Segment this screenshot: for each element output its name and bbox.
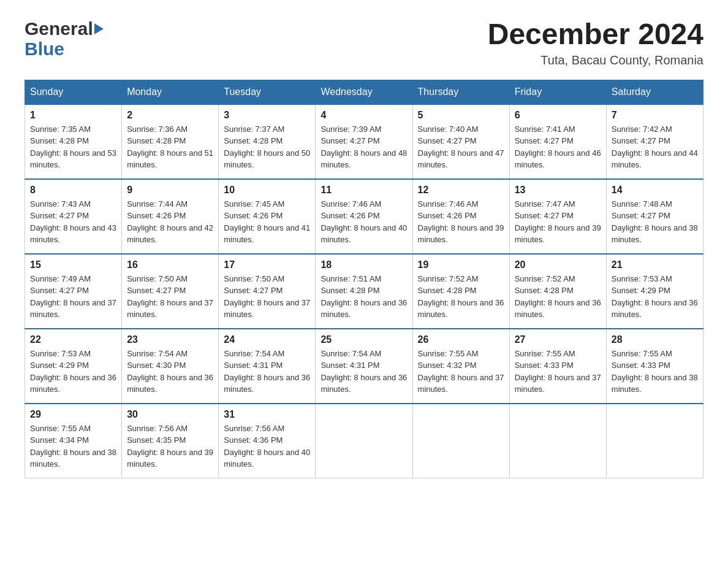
- calendar-cell: 30Sunrise: 7:56 AMSunset: 4:35 PMDayligh…: [122, 404, 219, 478]
- day-number: 7: [612, 110, 698, 121]
- day-info: Sunrise: 7:36 AMSunset: 4:28 PMDaylight:…: [127, 123, 213, 171]
- day-number: 28: [612, 334, 698, 345]
- day-info: Sunrise: 7:46 AMSunset: 4:26 PMDaylight:…: [418, 198, 504, 246]
- page-header: General Blue December 2024 Tuta, Bacau C…: [25, 18, 703, 67]
- calendar-cell: 2Sunrise: 7:36 AMSunset: 4:28 PMDaylight…: [122, 104, 219, 179]
- day-number: 4: [320, 110, 407, 121]
- day-info: Sunrise: 7:50 AMSunset: 4:27 PMDaylight:…: [224, 273, 310, 321]
- day-info: Sunrise: 7:53 AMSunset: 4:29 PMDaylight:…: [612, 273, 698, 321]
- location-text: Tuta, Bacau County, Romania: [488, 53, 703, 67]
- day-number: 13: [515, 185, 601, 196]
- day-number: 6: [515, 110, 601, 121]
- day-info: Sunrise: 7:37 AMSunset: 4:28 PMDaylight:…: [224, 123, 310, 171]
- calendar-header-friday: Friday: [509, 80, 606, 104]
- day-info: Sunrise: 7:51 AMSunset: 4:28 PMDaylight:…: [320, 273, 407, 321]
- calendar-header-wednesday: Wednesday: [316, 80, 412, 104]
- calendar-cell: 8Sunrise: 7:43 AMSunset: 4:27 PMDaylight…: [25, 179, 122, 254]
- day-info: Sunrise: 7:39 AMSunset: 4:27 PMDaylight:…: [320, 123, 407, 171]
- calendar-cell: 22Sunrise: 7:53 AMSunset: 4:29 PMDayligh…: [25, 329, 122, 404]
- calendar-cell: [412, 404, 509, 478]
- week-row-5: 29Sunrise: 7:55 AMSunset: 4:34 PMDayligh…: [25, 404, 703, 478]
- calendar-cell: 17Sunrise: 7:50 AMSunset: 4:27 PMDayligh…: [219, 254, 316, 329]
- day-info: Sunrise: 7:42 AMSunset: 4:27 PMDaylight:…: [612, 123, 698, 171]
- day-info: Sunrise: 7:52 AMSunset: 4:28 PMDaylight:…: [418, 273, 504, 321]
- day-number: 25: [320, 334, 407, 345]
- day-info: Sunrise: 7:54 AMSunset: 4:31 PMDaylight:…: [320, 348, 407, 396]
- day-info: Sunrise: 7:56 AMSunset: 4:35 PMDaylight:…: [127, 423, 213, 470]
- day-number: 19: [418, 259, 504, 270]
- calendar-cell: [606, 404, 703, 478]
- calendar-header-tuesday: Tuesday: [219, 80, 316, 104]
- day-number: 30: [127, 409, 213, 420]
- calendar-cell: 9Sunrise: 7:44 AMSunset: 4:26 PMDaylight…: [122, 179, 219, 254]
- day-info: Sunrise: 7:55 AMSunset: 4:33 PMDaylight:…: [515, 348, 601, 396]
- calendar-cell: 20Sunrise: 7:52 AMSunset: 4:28 PMDayligh…: [509, 254, 606, 329]
- calendar-cell: 4Sunrise: 7:39 AMSunset: 4:27 PMDaylight…: [316, 104, 412, 179]
- day-info: Sunrise: 7:55 AMSunset: 4:33 PMDaylight:…: [612, 348, 698, 396]
- day-info: Sunrise: 7:52 AMSunset: 4:28 PMDaylight:…: [515, 273, 601, 321]
- calendar-cell: [316, 404, 412, 478]
- calendar-cell: 14Sunrise: 7:48 AMSunset: 4:27 PMDayligh…: [606, 179, 703, 254]
- day-info: Sunrise: 7:46 AMSunset: 4:26 PMDaylight:…: [320, 198, 407, 246]
- day-number: 17: [224, 259, 310, 270]
- calendar-cell: 27Sunrise: 7:55 AMSunset: 4:33 PMDayligh…: [509, 329, 606, 404]
- calendar-cell: 16Sunrise: 7:50 AMSunset: 4:27 PMDayligh…: [122, 254, 219, 329]
- day-info: Sunrise: 7:55 AMSunset: 4:34 PMDaylight:…: [30, 423, 116, 470]
- week-row-2: 8Sunrise: 7:43 AMSunset: 4:27 PMDaylight…: [25, 179, 703, 254]
- calendar-table: SundayMondayTuesdayWednesdayThursdayFrid…: [25, 80, 703, 478]
- calendar-cell: 24Sunrise: 7:54 AMSunset: 4:31 PMDayligh…: [219, 329, 316, 404]
- day-number: 1: [30, 110, 116, 121]
- calendar-cell: 5Sunrise: 7:40 AMSunset: 4:27 PMDaylight…: [412, 104, 509, 179]
- day-number: 22: [30, 334, 116, 345]
- day-number: 3: [224, 110, 310, 121]
- day-number: 12: [418, 185, 504, 196]
- calendar-cell: 15Sunrise: 7:49 AMSunset: 4:27 PMDayligh…: [25, 254, 122, 329]
- logo-blue-text: Blue: [25, 39, 105, 59]
- logo: General Blue: [25, 18, 105, 59]
- day-number: 8: [30, 185, 116, 196]
- logo-general-text: General: [25, 18, 93, 39]
- month-title: December 2024: [488, 18, 703, 51]
- day-info: Sunrise: 7:50 AMSunset: 4:27 PMDaylight:…: [127, 273, 213, 321]
- calendar-cell: 3Sunrise: 7:37 AMSunset: 4:28 PMDaylight…: [219, 104, 316, 179]
- calendar-cell: 13Sunrise: 7:47 AMSunset: 4:27 PMDayligh…: [509, 179, 606, 254]
- day-number: 14: [612, 185, 698, 196]
- day-info: Sunrise: 7:41 AMSunset: 4:27 PMDaylight:…: [515, 123, 601, 171]
- day-info: Sunrise: 7:54 AMSunset: 4:31 PMDaylight:…: [224, 348, 310, 396]
- day-info: Sunrise: 7:56 AMSunset: 4:36 PMDaylight:…: [224, 423, 310, 470]
- week-row-1: 1Sunrise: 7:35 AMSunset: 4:28 PMDaylight…: [25, 104, 703, 179]
- day-info: Sunrise: 7:49 AMSunset: 4:27 PMDaylight:…: [30, 273, 116, 321]
- day-number: 23: [127, 334, 213, 345]
- day-number: 10: [224, 185, 310, 196]
- logo-triangle-icon: [94, 23, 104, 34]
- day-info: Sunrise: 7:44 AMSunset: 4:26 PMDaylight:…: [127, 198, 213, 246]
- day-info: Sunrise: 7:40 AMSunset: 4:27 PMDaylight:…: [418, 123, 504, 171]
- day-number: 11: [320, 185, 407, 196]
- calendar-header-thursday: Thursday: [412, 80, 509, 104]
- calendar-cell: 1Sunrise: 7:35 AMSunset: 4:28 PMDaylight…: [25, 104, 122, 179]
- day-number: 21: [612, 259, 698, 270]
- day-number: 2: [127, 110, 213, 121]
- day-number: 16: [127, 259, 213, 270]
- day-number: 27: [515, 334, 601, 345]
- day-info: Sunrise: 7:53 AMSunset: 4:29 PMDaylight:…: [30, 348, 116, 396]
- day-number: 9: [127, 185, 213, 196]
- day-number: 26: [418, 334, 504, 345]
- week-row-3: 15Sunrise: 7:49 AMSunset: 4:27 PMDayligh…: [25, 254, 703, 329]
- day-number: 18: [320, 259, 407, 270]
- calendar-cell: 18Sunrise: 7:51 AMSunset: 4:28 PMDayligh…: [316, 254, 412, 329]
- day-number: 5: [418, 110, 504, 121]
- calendar-cell: 11Sunrise: 7:46 AMSunset: 4:26 PMDayligh…: [316, 179, 412, 254]
- calendar-cell: 7Sunrise: 7:42 AMSunset: 4:27 PMDaylight…: [606, 104, 703, 179]
- calendar-cell: 29Sunrise: 7:55 AMSunset: 4:34 PMDayligh…: [25, 404, 122, 478]
- day-number: 31: [224, 409, 310, 420]
- day-number: 24: [224, 334, 310, 345]
- calendar-header-row: SundayMondayTuesdayWednesdayThursdayFrid…: [25, 80, 703, 104]
- calendar-cell: 26Sunrise: 7:55 AMSunset: 4:32 PMDayligh…: [412, 329, 509, 404]
- day-info: Sunrise: 7:48 AMSunset: 4:27 PMDaylight:…: [612, 198, 698, 246]
- calendar-cell: 19Sunrise: 7:52 AMSunset: 4:28 PMDayligh…: [412, 254, 509, 329]
- day-info: Sunrise: 7:43 AMSunset: 4:27 PMDaylight:…: [30, 198, 116, 246]
- title-block: December 2024 Tuta, Bacau County, Romani…: [488, 18, 703, 67]
- calendar-cell: 25Sunrise: 7:54 AMSunset: 4:31 PMDayligh…: [316, 329, 412, 404]
- calendar-cell: 6Sunrise: 7:41 AMSunset: 4:27 PMDaylight…: [509, 104, 606, 179]
